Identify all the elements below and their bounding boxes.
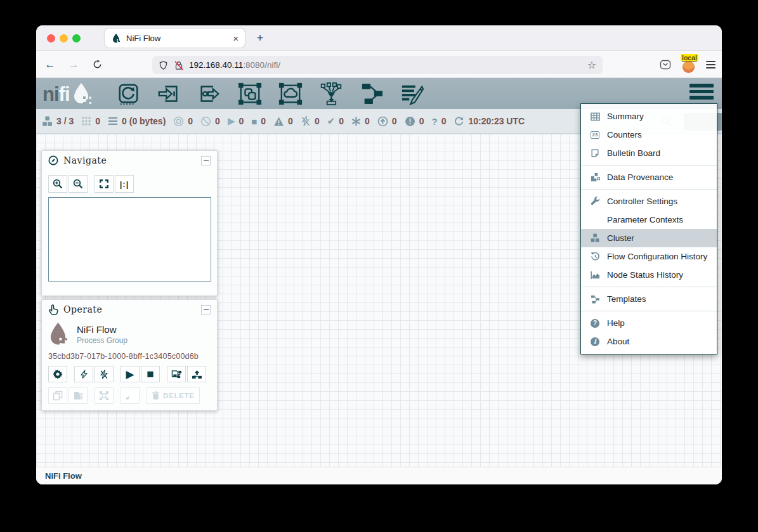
menu-item-data-provenance[interactable]: Data Provenance (581, 168, 717, 186)
url-text: 192.168.40.11:8080/nifi/ (189, 60, 587, 70)
nifi-logo: nifi (42, 82, 93, 105)
url-bar: ← → 192.168.40.11:8080/nifi/ ☆ (36, 51, 722, 78)
menu-divider (581, 189, 717, 190)
minimize-window-button[interactable] (60, 34, 68, 42)
start-button[interactable]: ▶ (121, 366, 140, 382)
menu-item-templates[interactable]: Templates (581, 290, 717, 308)
operate-panel-header: Operate (42, 300, 217, 319)
provenance-icon (589, 172, 601, 182)
reload-icon (93, 60, 102, 69)
exclamation-circle-icon (405, 116, 415, 127)
invalid-icon (273, 116, 284, 127)
url-path: :8080/nifi/ (243, 60, 280, 70)
help-icon: ? (589, 319, 601, 328)
selected-component-type: Process Group (77, 336, 127, 345)
processor-component-icon[interactable] (115, 81, 141, 107)
menu-item-counters[interactable]: 23 Counters (581, 126, 717, 144)
zoom-out-button[interactable] (69, 175, 88, 193)
active-threads-status: 0 (81, 116, 100, 126)
reload-button[interactable] (88, 55, 107, 74)
avatar-face-icon (683, 61, 695, 73)
menu-item-node-status-history[interactable]: Node Status History (581, 266, 717, 284)
summary-table-icon (589, 112, 601, 121)
selected-component-id[interactable]: 35cbd3b7-017b-1000-8bff-1c3405c00d6b (42, 352, 217, 361)
sync-failure-status: ? 0 (431, 116, 446, 127)
output-port-component-icon[interactable] (197, 81, 222, 107)
insecure-lock-icon[interactable] (174, 60, 184, 70)
disable-button[interactable] (95, 366, 114, 382)
process-group-component-icon[interactable] (237, 81, 263, 107)
upload-template-button[interactable] (187, 366, 206, 382)
copy-button[interactable] (48, 387, 67, 404)
zoom-fit-button[interactable] (95, 175, 114, 193)
profile-avatar[interactable]: local (682, 55, 696, 74)
running-icon: ▶ (228, 115, 235, 127)
connected-nodes-status: 3 / 3 (42, 116, 74, 127)
navigate-collapse-button[interactable] (201, 156, 211, 165)
menu-item-summary[interactable]: Summary (581, 107, 717, 126)
close-window-button[interactable] (47, 34, 55, 42)
new-tab-button[interactable]: + (252, 30, 268, 47)
delete-button[interactable]: DELETE (147, 387, 200, 404)
navigate-panel: Navigate |:| (41, 150, 218, 296)
stale-arrow-up-icon (377, 116, 388, 127)
menu-item-bulletin-board[interactable]: Bulletin Board (581, 144, 717, 162)
template-component-icon[interactable] (359, 81, 384, 107)
up-to-date-check-icon: ✔ (327, 115, 336, 127)
navigate-panel-title: Navigate (63, 155, 201, 165)
menu-divider (581, 165, 717, 165)
browser-tab[interactable]: NiFi Flow × (105, 29, 245, 48)
enable-button[interactable] (74, 366, 93, 382)
stopped-status: ■ 0 (251, 116, 266, 127)
operate-collapse-button[interactable] (201, 305, 211, 315)
breadcrumb-root[interactable]: NiFi Flow (45, 471, 82, 481)
save-template-button[interactable] (167, 366, 186, 382)
pocket-icon[interactable] (659, 58, 672, 71)
menu-item-cluster[interactable]: Cluster (581, 229, 717, 247)
sync-failure-question-icon: ? (431, 116, 437, 127)
operate-panel-title: Operate (63, 304, 201, 315)
remote-process-group-component-icon[interactable] (278, 81, 303, 107)
group-button[interactable] (95, 387, 114, 404)
zoom-in-button[interactable] (48, 175, 67, 193)
last-refresh: 10:20:23 UTC (454, 116, 525, 127)
configure-button[interactable] (48, 366, 67, 382)
back-button[interactable]: ← (41, 55, 60, 74)
menu-item-controller-settings[interactable]: Controller Settings (581, 192, 717, 211)
transmitting-icon (173, 116, 184, 127)
color-brush-button[interactable] (121, 387, 140, 404)
fullscreen-window-button[interactable] (72, 34, 81, 42)
bookmark-star-icon[interactable]: ☆ (587, 59, 596, 71)
menu-divider (581, 287, 717, 287)
forward-button[interactable]: → (64, 55, 83, 74)
queued-icon (108, 116, 118, 126)
menu-item-about[interactable]: i About (581, 332, 717, 351)
firefox-menu-button[interactable] (706, 61, 716, 68)
menu-item-help[interactable]: ? Help (581, 314, 717, 332)
disabled-lightning-icon (301, 116, 311, 126)
menu-item-parameter-contexts[interactable]: Parameter Contexts (581, 211, 717, 229)
browser-window: NiFi Flow × + ← → 192.168.40.11:8080/nif… (36, 25, 722, 484)
address-field[interactable]: 192.168.40.11:8080/nifi/ ☆ (152, 56, 603, 74)
stopped-icon: ■ (251, 116, 257, 127)
funnel-component-icon[interactable] (318, 81, 344, 107)
nifi-global-menu-button[interactable] (689, 84, 714, 100)
birdseye-minimap[interactable] (48, 197, 211, 282)
stale-status: 0 (377, 116, 397, 127)
label-component-icon[interactable] (400, 81, 425, 107)
input-port-component-icon[interactable] (156, 81, 181, 107)
nifi-drop-icon (71, 82, 93, 105)
paste-button[interactable] (69, 387, 88, 404)
disabled-status: 0 (301, 116, 320, 126)
logo-ni-text: ni (42, 84, 59, 105)
counters-icon: 23 (589, 131, 601, 139)
compass-icon (48, 155, 58, 165)
menu-item-flow-configuration-history[interactable]: Flow Configuration History (581, 247, 717, 266)
tab-close-icon[interactable]: × (233, 33, 239, 44)
tab-title: NiFi Flow (126, 34, 233, 43)
stop-button[interactable]: ■ (141, 366, 160, 382)
nifi-global-menu: Summary 23 Counters Bulletin Board Data … (580, 103, 717, 354)
zoom-actual-size-button[interactable]: |:| (115, 175, 134, 193)
actual-size-glyph: |:| (120, 179, 129, 189)
refresh-icon[interactable] (454, 116, 464, 127)
